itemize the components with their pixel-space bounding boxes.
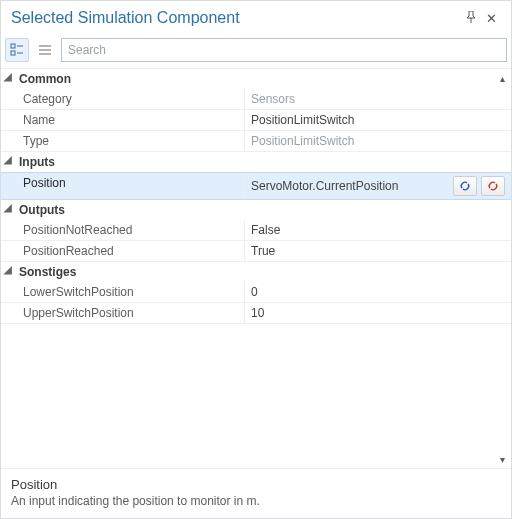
property-group[interactable]: ◢Sonstiges xyxy=(1,262,511,282)
property-row[interactable]: CategorySensors xyxy=(1,89,511,110)
property-value[interactable]: PositionLimitSwitch xyxy=(251,113,354,127)
property-row[interactable]: UpperSwitchPosition10 xyxy=(1,303,511,324)
property-value[interactable]: Sensors xyxy=(251,92,295,106)
property-group[interactable]: ◢Outputs xyxy=(1,200,511,220)
property-grid: ◢CommonCategorySensorsNamePositionLimitS… xyxy=(1,69,511,324)
property-value[interactable]: False xyxy=(251,223,280,237)
collapse-icon: ◢ xyxy=(1,262,15,282)
group-label: Outputs xyxy=(15,200,69,220)
property-row[interactable]: PositionNotReachedFalse xyxy=(1,220,511,241)
group-label: Sonstiges xyxy=(15,262,80,282)
property-value[interactable]: ServoMotor.CurrentPosition xyxy=(251,179,449,193)
svg-rect-2 xyxy=(11,51,15,55)
bind-link-button[interactable] xyxy=(453,176,477,196)
property-row[interactable]: TypePositionLimitSwitch xyxy=(1,131,511,152)
property-key: Name xyxy=(1,110,245,130)
group-label: Inputs xyxy=(15,152,59,172)
scroll-down-button[interactable]: ▾ xyxy=(495,452,509,466)
property-row[interactable]: NamePositionLimitSwitch xyxy=(1,110,511,131)
property-value[interactable]: 10 xyxy=(251,306,264,320)
collapse-icon: ◢ xyxy=(1,152,15,172)
property-row[interactable]: LowerSwitchPosition0 xyxy=(1,282,511,303)
property-group[interactable]: ◢Inputs xyxy=(1,152,511,172)
search-input[interactable] xyxy=(61,38,507,62)
panel-title: Selected Simulation Component xyxy=(11,9,461,27)
view-alphabetical-button[interactable] xyxy=(33,38,57,62)
svg-rect-0 xyxy=(11,44,15,48)
property-row[interactable]: PositionServoMotor.CurrentPosition xyxy=(1,172,511,200)
pin-button[interactable] xyxy=(461,11,481,26)
property-group[interactable]: ◢Common xyxy=(1,69,511,89)
property-key: Type xyxy=(1,131,245,151)
property-key: Category xyxy=(1,89,245,109)
property-value[interactable]: PositionLimitSwitch xyxy=(251,134,354,148)
close-button[interactable]: ✕ xyxy=(481,11,501,26)
property-key: PositionReached xyxy=(1,241,245,261)
collapse-icon: ◢ xyxy=(1,200,15,220)
scroll-up-button[interactable]: ▴ xyxy=(495,71,509,85)
collapse-icon: ◢ xyxy=(1,69,15,89)
property-key: Position xyxy=(1,173,245,199)
property-key: LowerSwitchPosition xyxy=(1,282,245,302)
property-key: PositionNotReached xyxy=(1,220,245,240)
view-categorized-button[interactable] xyxy=(5,38,29,62)
description-text: An input indicating the position to moni… xyxy=(11,494,501,508)
property-value[interactable]: True xyxy=(251,244,275,258)
property-value[interactable]: 0 xyxy=(251,285,258,299)
unbind-link-button[interactable] xyxy=(481,176,505,196)
description-name: Position xyxy=(11,477,501,492)
property-key: UpperSwitchPosition xyxy=(1,303,245,323)
property-row[interactable]: PositionReachedTrue xyxy=(1,241,511,262)
group-label: Common xyxy=(15,69,75,89)
